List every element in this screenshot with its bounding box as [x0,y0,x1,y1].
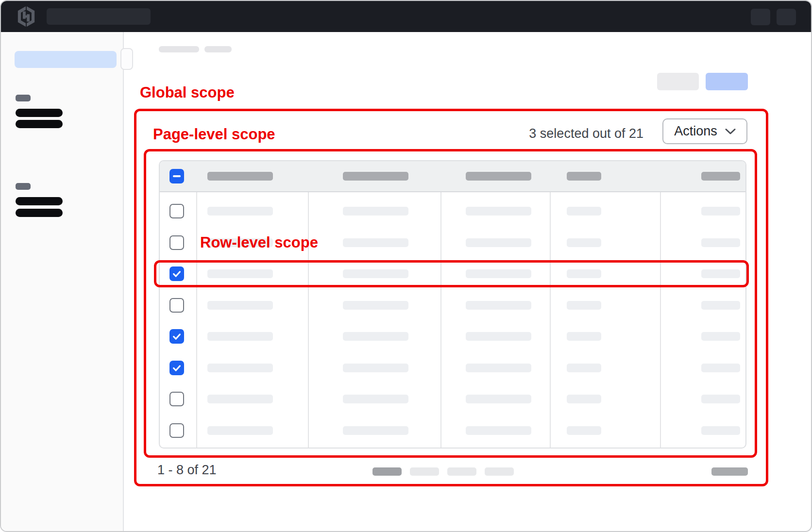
topbar-action-skeleton[interactable] [751,9,770,25]
page-level-scope-box [144,149,757,458]
sidebar [1,32,124,531]
sidebar-item-skeleton[interactable] [16,109,63,117]
global-scope-label: Global scope [140,84,235,101]
pagination-skeleton[interactable] [447,467,476,476]
sidebar-item-skeleton[interactable] [16,120,63,128]
app-window: 3 selected out of 21 Actions Global scop… [0,0,812,532]
primary-button-skeleton[interactable] [706,73,748,90]
breadcrumb-skeleton[interactable] [204,46,232,52]
sidebar-item-skeleton[interactable] [16,209,63,217]
pagination-skeleton[interactable] [372,467,402,476]
topbar-action-skeleton[interactable] [777,9,796,25]
row-level-scope-box [154,260,749,287]
topbar [1,1,811,32]
pagination-skeleton[interactable] [410,467,439,476]
row-level-scope-label: Row-level scope [200,234,318,251]
pagination-skeleton[interactable] [485,467,514,476]
sidebar-active-item-skeleton[interactable] [15,51,117,68]
page-level-scope-label: Page-level scope [153,126,275,143]
page-size-skeleton[interactable] [711,467,748,476]
hashicorp-logo-icon [17,6,36,27]
sidebar-section-label-skeleton [16,183,31,190]
sidebar-section-label-skeleton [16,95,31,101]
pagination-range-text: 1 - 8 of 21 [157,463,217,478]
search-input-skeleton[interactable] [47,8,151,25]
secondary-button-skeleton[interactable] [657,73,699,90]
sidebar-collapse-handle[interactable] [120,48,133,70]
sidebar-item-skeleton[interactable] [16,197,63,205]
breadcrumb-skeleton[interactable] [159,46,199,52]
